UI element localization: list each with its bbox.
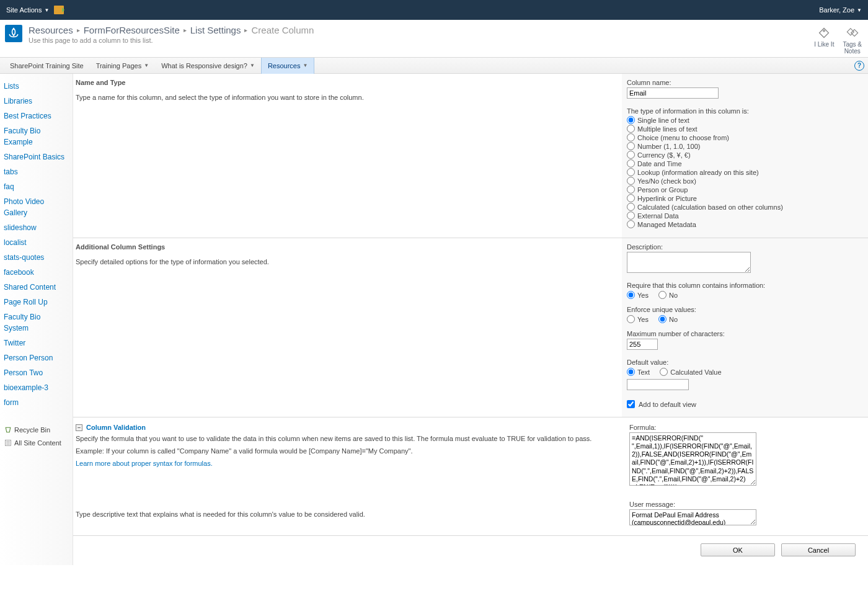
ok-button[interactable]: OK <box>701 543 775 556</box>
section-title-name-type: Name and Type <box>76 79 616 86</box>
unique-label: Enforce unique values: <box>627 306 862 313</box>
svg-point-0 <box>823 30 825 32</box>
recycle-bin-icon <box>4 426 12 434</box>
breadcrumb-link[interactable]: List Settings <box>190 25 241 35</box>
default-calc-option[interactable]: Calculated Value <box>660 368 721 376</box>
breadcrumb-current: Create Column <box>251 25 314 35</box>
topnav-item[interactable]: Training Pages▼ <box>90 58 156 74</box>
topnav-item-active[interactable]: Resources▼ <box>261 58 315 74</box>
top-navigation: SharePoint Training Site Training Pages▼… <box>0 58 868 74</box>
leftnav-item[interactable]: faq <box>4 179 66 194</box>
leftnav-item[interactable]: Faculty Bio Example <box>4 123 66 149</box>
column-type-option[interactable]: Managed Metadata <box>627 220 862 228</box>
user-menu[interactable]: Barker, Zoe ▼ <box>819 6 862 14</box>
section-desc: Specify detailed options for the type of… <box>76 258 616 265</box>
column-type-option[interactable]: Person or Group <box>627 185 862 194</box>
validation-desc: Specify the formula that you want to use… <box>76 435 618 442</box>
leftnav-item[interactable]: form <box>4 395 66 410</box>
column-type-option[interactable]: Yes/No (check box) <box>627 177 862 185</box>
leftnav-item[interactable]: SharePoint Basics <box>4 149 66 164</box>
leftnav-item[interactable]: Photo Video Gallery <box>4 194 66 220</box>
leftnav-item[interactable]: stats-quotes <box>4 250 66 265</box>
tags-notes-button[interactable]: Tags &Notes <box>843 26 862 55</box>
column-type-option[interactable]: Currency ($, ¥, €) <box>627 151 862 159</box>
description-label: Description: <box>627 243 862 251</box>
breadcrumb-link[interactable]: Resources <box>29 25 73 35</box>
all-site-content-link[interactable]: All Site Content <box>4 437 66 450</box>
topnav-item[interactable]: SharePoint Training Site <box>4 58 90 74</box>
recycle-bin-link[interactable]: Recycle Bin <box>4 424 66 437</box>
caret-down-icon: ▼ <box>857 7 862 13</box>
leftnav-item[interactable]: Faculty Bio System <box>4 310 66 336</box>
cancel-button[interactable]: Cancel <box>781 543 856 556</box>
user-message-label: User message: <box>629 501 856 508</box>
unique-no-option[interactable]: No <box>658 315 678 323</box>
column-type-option[interactable]: Calculated (calculation based on other c… <box>627 203 862 211</box>
column-validation-toggle[interactable]: – Column Validation <box>76 424 618 431</box>
require-yes-option[interactable]: Yes <box>627 291 649 299</box>
column-type-option[interactable]: External Data <box>627 212 862 220</box>
leftnav-item[interactable]: Libraries <box>4 94 66 109</box>
column-type-option[interactable]: Single line of text <box>627 116 862 124</box>
navigate-up-icon[interactable] <box>54 6 64 14</box>
caret-down-icon: ▼ <box>144 63 149 68</box>
column-type-option[interactable]: Date and Time <box>627 159 862 167</box>
breadcrumb: Resources ▸ FormForResourcesSite ▸ List … <box>29 25 814 44</box>
column-type-option[interactable]: Lookup (information already on this site… <box>627 168 862 176</box>
leftnav-item[interactable]: bioexample-3 <box>4 380 66 395</box>
column-type-label: The type of information in this column i… <box>627 107 862 115</box>
site-logo-icon <box>5 25 22 42</box>
ribbon-label: Tags &Notes <box>843 41 862 55</box>
leftnav-item[interactable]: tabs <box>4 164 66 179</box>
formula-textarea[interactable] <box>629 432 756 486</box>
user-name-label: Barker, Zoe <box>819 6 854 14</box>
section-title-additional: Additional Column Settings <box>76 243 616 251</box>
require-label: Require that this column contains inform… <box>627 282 862 289</box>
column-type-option[interactable]: Number (1, 1.0, 100) <box>627 142 862 150</box>
left-navigation: Lists Libraries Best Practices Faculty B… <box>0 74 73 565</box>
user-message-desc: Type descriptive text that explains what… <box>76 511 618 518</box>
i-like-it-button[interactable]: I Like It <box>814 26 834 55</box>
site-actions-menu[interactable]: Site Actions ▼ <box>6 6 49 14</box>
user-message-textarea[interactable] <box>629 509 756 525</box>
formula-label: Formula: <box>629 424 856 431</box>
leftnav-item[interactable]: Best Practices <box>4 109 66 123</box>
require-no-option[interactable]: No <box>658 291 678 299</box>
unique-yes-option[interactable]: Yes <box>627 315 649 323</box>
leftnav-item[interactable]: Person Two <box>4 365 66 380</box>
default-text-option[interactable]: Text <box>627 368 650 376</box>
leftnav-item[interactable]: Lists <box>4 79 66 94</box>
leftnav-item[interactable]: Page Roll Up <box>4 295 66 310</box>
leftnav-item[interactable]: Person Person <box>4 350 66 365</box>
description-textarea[interactable] <box>627 252 751 273</box>
caret-down-icon: ▼ <box>250 63 255 68</box>
leftnav-item[interactable]: localist <box>4 235 66 250</box>
max-chars-input[interactable] <box>627 339 658 350</box>
leftnav-item[interactable]: Shared Content <box>4 280 66 295</box>
chevron-right-icon: ▸ <box>184 27 187 33</box>
column-name-label: Column name: <box>627 79 862 86</box>
add-default-view-checkbox[interactable]: Add to default view <box>627 400 862 408</box>
site-actions-label: Site Actions <box>6 6 42 14</box>
caret-down-icon: ▼ <box>303 63 308 68</box>
help-icon[interactable]: ? <box>854 61 864 71</box>
validation-example: Example: If your column is called "Compa… <box>76 447 618 455</box>
syntax-help-link[interactable]: Learn more about proper syntax for formu… <box>76 460 213 467</box>
ribbon-label: I Like It <box>814 41 834 48</box>
breadcrumb-link[interactable]: FormForResourcesSite <box>84 25 180 35</box>
column-type-option[interactable]: Hyperlink or Picture <box>627 194 862 202</box>
column-type-option[interactable]: Multiple lines of text <box>627 125 862 133</box>
tags-icon <box>843 26 862 40</box>
chevron-right-icon: ▸ <box>77 27 80 33</box>
column-name-input[interactable] <box>627 87 719 99</box>
default-value-label: Default value: <box>627 359 862 366</box>
default-value-input[interactable] <box>627 379 689 390</box>
topnav-item[interactable]: What is Responsive design?▼ <box>155 58 261 74</box>
chevron-right-icon: ▸ <box>244 27 247 33</box>
page-description: Use this page to add a column to this li… <box>29 37 814 44</box>
leftnav-item[interactable]: Twitter <box>4 336 66 350</box>
leftnav-item[interactable]: facebook <box>4 265 66 280</box>
leftnav-item[interactable]: slideshow <box>4 220 66 235</box>
column-type-option[interactable]: Choice (menu to choose from) <box>627 133 862 141</box>
tag-icon <box>814 26 834 40</box>
